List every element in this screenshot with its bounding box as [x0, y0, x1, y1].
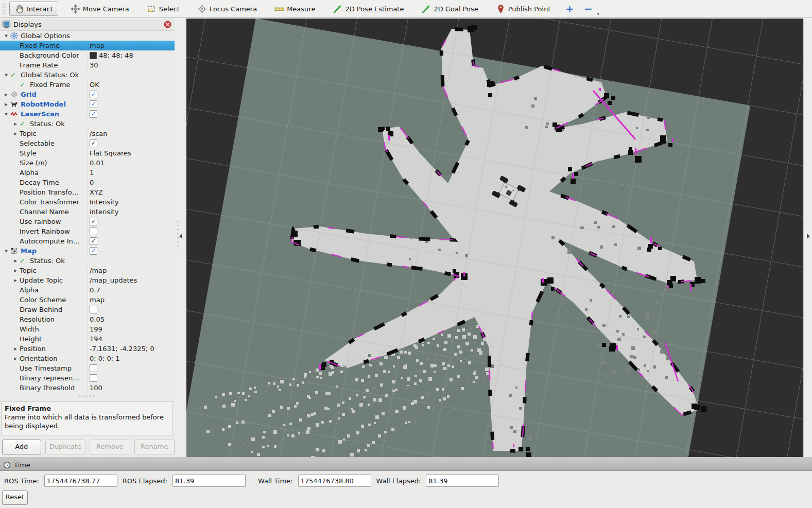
expander-icon[interactable]: ▸ — [11, 119, 20, 129]
tool-button-publish-point[interactable]: Publish Point — [491, 2, 556, 16]
tree-row-width[interactable]: Width199 — [0, 324, 175, 334]
tree-row-binary-represen-[interactable]: Binary represen… — [0, 373, 175, 383]
tree-row-alpha[interactable]: Alpha0.7 — [0, 285, 175, 295]
tree-row-laserscan[interactable]: ▾LaserScan✓ — [0, 109, 175, 119]
tree-row-color-transformer[interactable]: Color TransformerIntensity — [0, 197, 175, 207]
tool-button-focus-camera[interactable]: Focus Camera — [192, 2, 262, 16]
property-value[interactable]: -7.1631; -4.2325; 0 — [90, 344, 154, 354]
add-button[interactable]: Add — [2, 440, 41, 454]
property-value[interactable]: 199 — [90, 324, 102, 334]
tool-button-measure[interactable]: Measure — [269, 2, 320, 16]
3d-viewport[interactable] — [186, 19, 803, 457]
tree-row-fixed-frame[interactable]: Fixed Framemap — [0, 41, 175, 50]
expander-icon[interactable]: ▸ — [11, 256, 20, 266]
reset-button[interactable]: Reset — [2, 491, 28, 505]
checkbox-checked[interactable]: ✓ — [90, 110, 97, 118]
time-field-input-wall-time-[interactable] — [298, 475, 371, 487]
expander-icon[interactable]: ▾ — [2, 109, 10, 119]
tree-row-global-status-ok[interactable]: ▾✓Global Status: Ok — [0, 70, 175, 80]
tree-row-background-color[interactable]: Background Color48; 48; 48 — [0, 50, 175, 60]
expander-icon[interactable]: ▾ — [2, 70, 10, 80]
property-value[interactable]: 1 — [90, 168, 94, 178]
time-field-input-wall-elapsed-[interactable] — [426, 475, 499, 487]
tree-row-draw-behind[interactable]: Draw Behind — [0, 305, 175, 314]
property-value[interactable]: 100 — [90, 383, 102, 393]
checkbox-unchecked[interactable] — [90, 306, 97, 313]
property-value[interactable]: 0.7 — [90, 285, 100, 295]
tree-row-invert-rainbow[interactable]: Invert Rainbow — [0, 226, 175, 236]
remove-button[interactable]: Remove — [90, 440, 130, 454]
right-splitter[interactable] — [803, 19, 812, 457]
tree-row-height[interactable]: Height194 — [0, 334, 175, 344]
time-field-input-ros-time-[interactable] — [44, 475, 117, 487]
rename-button[interactable]: Rename — [134, 440, 175, 454]
expander-icon[interactable]: ▸ — [11, 275, 20, 285]
checkbox-checked[interactable]: ✓ — [90, 139, 97, 147]
duplicate-button[interactable]: Duplicate — [45, 440, 86, 454]
tool-button-interact[interactable]: Interact — [9, 2, 58, 16]
property-value[interactable]: OK — [90, 80, 99, 90]
left-splitter[interactable] — [175, 19, 187, 457]
property-value[interactable]: XYZ — [90, 187, 103, 197]
tree-help-splitter[interactable]: ••••• — [0, 395, 175, 398]
expander-icon[interactable]: ▾ — [2, 246, 10, 256]
expander-icon[interactable]: ▾ — [2, 31, 10, 41]
tree-row-autocompute-in-[interactable]: Autocompute In…✓ — [0, 236, 175, 246]
expander-icon[interactable]: ▸ — [2, 90, 10, 99]
tree-row-decay-time[interactable]: Decay Time0 — [0, 178, 175, 187]
tree-row-status-ok[interactable]: ▸✓Status: Ok — [0, 119, 175, 129]
tree-row-channel-name[interactable]: Channel Nameintensity — [0, 207, 175, 217]
expander-icon[interactable]: ▸ — [11, 266, 20, 275]
property-value[interactable]: 194 — [90, 334, 102, 344]
expander-icon[interactable]: ▸ — [11, 354, 20, 363]
tree-row-topic[interactable]: ▸Topic/map — [0, 266, 175, 275]
tree-row-alpha[interactable]: Alpha1 — [0, 168, 175, 178]
property-value[interactable]: 0 — [90, 178, 94, 187]
tree-row-binary-threshold[interactable]: Binary threshold100 — [0, 383, 175, 393]
property-value[interactable]: /scan — [90, 129, 108, 138]
tree-row-global-options[interactable]: ▾Global Options — [0, 31, 175, 41]
tree-row-update-topic[interactable]: ▸Update Topic/map_updates — [0, 275, 175, 285]
tree-row-frame-rate[interactable]: Frame Rate30 — [0, 60, 175, 70]
toolbar-overflow-icon[interactable]: ▾ — [597, 11, 599, 17]
expander-icon[interactable]: ▸ — [11, 129, 20, 138]
property-value[interactable]: /map_updates — [90, 275, 137, 285]
tree-row-selectable[interactable]: Selectable✓ — [0, 138, 175, 148]
toolbar-drag-handle[interactable] — [2, 3, 6, 15]
property-value[interactable]: Intensity — [90, 197, 119, 207]
displays-panel-header[interactable]: Displays — [0, 19, 175, 31]
property-value[interactable]: intensity — [90, 207, 118, 217]
checkbox-checked[interactable]: ✓ — [90, 218, 97, 225]
checkbox-checked[interactable]: ✓ — [90, 237, 97, 245]
tree-row-color-scheme[interactable]: Color Schememap — [0, 295, 175, 305]
property-value[interactable]: map — [90, 295, 105, 305]
remove-tool-button[interactable]: − — [581, 3, 595, 15]
tree-row-status-ok[interactable]: ▸✓Status: Ok — [0, 256, 175, 266]
tree-row-orientation[interactable]: ▸Orientation0; 0; 0; 1 — [0, 354, 175, 363]
add-tool-button[interactable]: + — [563, 3, 576, 15]
tree-row-use-rainbow[interactable]: Use rainbow✓ — [0, 217, 175, 226]
tree-row-map[interactable]: ▾Map✓ — [0, 246, 175, 256]
property-value[interactable]: 48; 48; 48 — [99, 50, 133, 60]
property-value[interactable]: 0; 0; 0; 1 — [90, 354, 120, 363]
property-value[interactable]: 0.01 — [90, 158, 105, 168]
3d-viewport-canvas[interactable] — [186, 19, 803, 457]
color-swatch[interactable] — [90, 52, 97, 59]
tree-row-use-timestamp[interactable]: Use Timestamp — [0, 363, 175, 373]
property-value[interactable]: 30 — [90, 60, 98, 70]
tree-row-position-transfo-[interactable]: Position Transfo…XYZ — [0, 187, 175, 197]
expander-icon[interactable]: ▸ — [2, 99, 10, 109]
tree-row-topic[interactable]: ▸Topic/scan — [0, 129, 175, 138]
tree-row-position[interactable]: ▸Position-7.1631; -4.2325; 0 — [0, 344, 175, 354]
property-value[interactable]: map — [90, 41, 105, 50]
tree-row-resolution[interactable]: Resolution0.05 — [0, 314, 175, 324]
checkbox-checked[interactable]: ✓ — [90, 91, 97, 98]
checkbox-unchecked[interactable] — [90, 227, 97, 235]
tree-row-grid[interactable]: ▸Grid✓ — [0, 90, 175, 99]
collapse-right-icon[interactable] — [807, 234, 810, 239]
tree-row-fixed-frame[interactable]: ✓Fixed FrameOK — [0, 80, 175, 90]
time-field-input-ros-elapsed-[interactable] — [172, 475, 246, 487]
collapse-left-icon[interactable] — [179, 234, 182, 239]
close-icon[interactable] — [164, 21, 171, 28]
property-value[interactable]: /map — [90, 266, 107, 275]
